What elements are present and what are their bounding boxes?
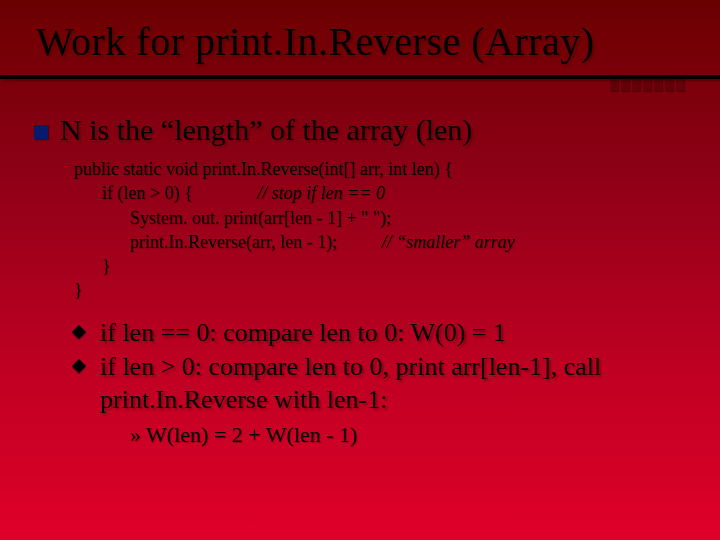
tick-icon bbox=[610, 77, 618, 91]
code-line: System. out. print(arr[len - 1] + " "); bbox=[74, 206, 684, 230]
tick-icon bbox=[621, 77, 629, 91]
decorative-ticks bbox=[0, 77, 720, 91]
tick-icon bbox=[654, 77, 662, 91]
tick-icon bbox=[676, 77, 684, 91]
slide-title: Work for print.In.Reverse (Array) bbox=[0, 0, 720, 71]
code-line: } bbox=[74, 254, 684, 278]
code-text: print.In.Reverse(arr, len - 1); bbox=[130, 232, 337, 252]
diamond-bullet-icon bbox=[72, 359, 86, 373]
code-comment: // stop if len == 0 bbox=[257, 183, 385, 203]
slide: Work for print.In.Reverse (Array) N is t… bbox=[0, 0, 720, 540]
code-block: public static void print.In.Reverse(int[… bbox=[60, 157, 684, 303]
tick-icon bbox=[643, 77, 651, 91]
code-text: if (len > 0) { bbox=[102, 183, 193, 203]
bullet-level-2: if len == 0: compare len to 0: W(0) = 1 bbox=[74, 317, 684, 350]
code-line: } bbox=[74, 278, 684, 302]
code-comment: // “smaller” array bbox=[382, 232, 515, 252]
bullet-level-3: » W(len) = 2 + W(len - 1) bbox=[60, 422, 684, 448]
code-line: if (len > 0) { // stop if len == 0 bbox=[74, 181, 684, 205]
bullet-level-1: N is the “length” of the array (len) bbox=[60, 113, 684, 147]
slide-body: N is the “length” of the array (len) pub… bbox=[0, 91, 720, 448]
diamond-bullet-icon bbox=[72, 325, 86, 339]
code-line: print.In.Reverse(arr, len - 1); // “smal… bbox=[74, 230, 684, 254]
bullet-text: if len == 0: compare len to 0: W(0) = 1 bbox=[100, 318, 506, 347]
tick-icon bbox=[632, 77, 640, 91]
code-line: public static void print.In.Reverse(int[… bbox=[74, 157, 684, 181]
tick-icon bbox=[665, 77, 673, 91]
bullet-text: » W(len) = 2 + W(len - 1) bbox=[130, 422, 357, 447]
bullet-text: N is the “length” of the array (len) bbox=[60, 113, 472, 146]
bullet-text: if len > 0: compare len to 0, print arr[… bbox=[100, 352, 601, 414]
square-bullet-icon bbox=[34, 125, 48, 139]
bullet-level-2: if len > 0: compare len to 0, print arr[… bbox=[74, 351, 684, 416]
